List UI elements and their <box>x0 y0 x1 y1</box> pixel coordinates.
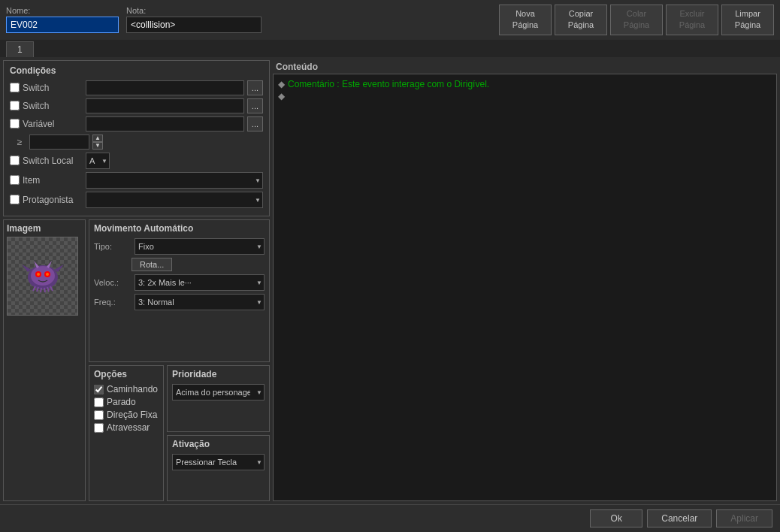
nota-input[interactable] <box>126 17 262 33</box>
content-line-1: ◆ Comentário : Este evento interage com … <box>278 79 772 89</box>
variavel-checkbox[interactable] <box>10 119 20 128</box>
limpar-pagina-button[interactable]: LimparPágina <box>721 5 774 35</box>
tipo-select-wrapper: Fixo Aleatório Aproximar Afastar Persona… <box>135 238 265 255</box>
aplicar-button[interactable]: Aplicar <box>716 509 772 527</box>
switch-local-label: Switch Local <box>23 156 83 166</box>
tipo-select[interactable]: Fixo Aleatório Aproximar Afastar Persona… <box>135 238 265 255</box>
tab-1[interactable]: 1 <box>6 41 34 57</box>
spin-down-button[interactable]: ▼ <box>92 142 103 150</box>
options-title: Opções <box>94 369 159 379</box>
left-panel: Condições Switch ... Switch ... <box>3 60 270 501</box>
switch-local-checkbox[interactable] <box>10 156 20 165</box>
header-buttons: NovaPágina CopiarPágina ColarPágina Excl… <box>499 5 774 35</box>
image-section: Imagem <box>3 219 86 501</box>
freq-select[interactable]: 3: Normal <box>135 294 265 310</box>
veloc-select[interactable]: 3: 2x Mais le··· <box>135 274 265 291</box>
content-area: Condições Switch ... Switch ... <box>0 57 780 504</box>
switch1-label: Switch <box>23 83 83 93</box>
protagonista-checkbox[interactable] <box>10 195 20 204</box>
caminhando-row: Caminhando <box>94 384 159 394</box>
priority-select-wrapper: Abaixo do personagem Mesmo nível Acima d… <box>172 384 265 401</box>
item-row: Item <box>10 172 263 189</box>
priority-select[interactable]: Abaixo do personagem Mesmo nível Acima d… <box>172 384 265 401</box>
protagonista-label: Protagonista <box>23 195 83 205</box>
tipo-row: Tipo: Fixo Aleatório Aproximar Afastar P… <box>94 238 265 255</box>
comment-text: Comentário : Este evento interage com o … <box>288 79 489 89</box>
switch1-input[interactable] <box>86 80 244 95</box>
compare-row: ≥ ▲ ▼ <box>10 135 263 150</box>
item-label: Item <box>23 175 83 186</box>
veloc-label: Veloc.: <box>94 278 132 287</box>
cancelar-button[interactable]: Cancelar <box>647 509 712 527</box>
nota-group: Nota: <box>126 6 262 33</box>
svg-point-5 <box>46 273 49 276</box>
switch2-button[interactable]: ... <box>247 98 263 113</box>
content-title: Conteúdo <box>273 60 777 74</box>
switch2-row: Switch ... <box>10 98 263 113</box>
colar-pagina-button[interactable]: ColarPágina <box>610 5 663 35</box>
auto-move-title: Movimento Automático <box>94 223 265 234</box>
lower-options: Opções Caminhando Parado D <box>89 365 270 501</box>
switch-local-select[interactable]: A B C D <box>86 153 110 169</box>
tipo-label: Tipo: <box>94 242 132 251</box>
direcao-fixa-row: Direção Fixa <box>94 410 159 420</box>
ok-button[interactable]: Ok <box>590 509 642 527</box>
activation-section: Ativação Pressionar Tecla Tocar no herói… <box>167 435 270 501</box>
svg-point-4 <box>37 273 40 276</box>
variavel-label: Variável <box>23 119 83 129</box>
nova-pagina-button[interactable]: NovaPágina <box>499 5 552 35</box>
caminhando-checkbox[interactable] <box>94 385 104 394</box>
nome-group: Nome: <box>6 6 119 33</box>
protagonista-select-wrapper <box>86 192 263 208</box>
header-row: Nome: Nota: NovaPágina CopiarPágina Cola… <box>0 0 780 40</box>
switch1-checkbox[interactable] <box>10 83 20 92</box>
item-select-wrapper <box>86 172 263 189</box>
switch2-input[interactable] <box>86 98 244 113</box>
auto-move-section: Movimento Automático Tipo: Fixo Aleatóri… <box>89 219 270 363</box>
freq-select-wrapper: 3: Normal <box>135 294 265 310</box>
spin-up-button[interactable]: ▲ <box>92 135 103 142</box>
rota-button[interactable]: Rota... <box>132 258 172 271</box>
nome-input[interactable] <box>6 17 119 33</box>
switch2-label: Switch <box>23 101 83 111</box>
atravessar-label: Atravessar <box>107 422 150 433</box>
freq-row: Freq.: 3: Normal <box>94 294 265 310</box>
activation-title: Ativação <box>172 439 265 449</box>
veloc-select-wrapper: 3: 2x Mais le··· <box>135 274 265 291</box>
footer: Ok Cancelar Aplicar <box>0 504 780 532</box>
content-panel[interactable]: ◆ Comentário : Este evento interage com … <box>273 74 777 501</box>
excluir-pagina-button[interactable]: ExcluirPágina <box>666 5 718 35</box>
direcao-fixa-checkbox[interactable] <box>94 410 104 420</box>
copiar-pagina-button[interactable]: CopiarPágina <box>555 5 607 35</box>
tab-row: 1 <box>0 40 780 57</box>
compare-input[interactable] <box>29 135 89 150</box>
switch1-row: Switch ... <box>10 80 263 95</box>
freq-label: Freq.: <box>94 298 132 307</box>
atravessar-checkbox[interactable] <box>94 423 104 433</box>
variavel-input[interactable] <box>86 116 244 131</box>
item-checkbox[interactable] <box>10 175 20 185</box>
protagonista-select[interactable] <box>86 192 263 208</box>
switch-local-row: Switch Local A B C D <box>10 153 263 169</box>
nome-label: Nome: <box>6 6 119 15</box>
conditions-title: Condições <box>10 65 263 76</box>
parado-row: Parado <box>94 397 159 407</box>
spin-buttons: ▲ ▼ <box>92 135 103 150</box>
priority-section: Prioridade Abaixo do personagem Mesmo ní… <box>167 365 270 431</box>
direcao-fixa-label: Direção Fixa <box>107 410 157 420</box>
switch1-button[interactable]: ... <box>247 80 263 95</box>
right-area: Conteúdo ◆ Comentário : Este evento inte… <box>273 60 777 501</box>
svg-point-1 <box>31 266 55 286</box>
activation-select[interactable]: Pressionar Tecla Tocar no herói Tocar no… <box>172 454 265 470</box>
image-preview[interactable] <box>7 237 78 316</box>
parado-checkbox[interactable] <box>94 397 104 407</box>
caminhando-label: Caminhando <box>107 384 158 394</box>
bottom-panels: Imagem <box>3 219 270 501</box>
parado-label: Parado <box>107 397 136 407</box>
variavel-row: Variável ... <box>10 116 263 131</box>
switch2-checkbox[interactable] <box>10 101 20 110</box>
variavel-button[interactable]: ... <box>247 116 263 131</box>
options-section: Opções Caminhando Parado D <box>89 365 164 501</box>
item-select[interactable] <box>86 172 263 189</box>
protagonista-row: Protagonista <box>10 192 263 208</box>
